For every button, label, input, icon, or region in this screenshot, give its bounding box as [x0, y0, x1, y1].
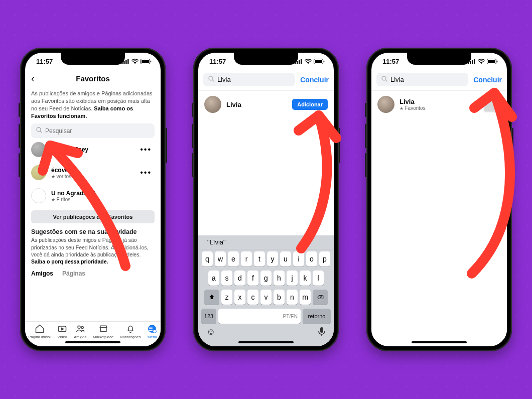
blank-area — [198, 118, 334, 235]
page-title: Favoritos — [76, 74, 110, 83]
svg-rect-3 — [127, 59, 129, 64]
tab-friends[interactable]: Amigos — [74, 324, 86, 339]
key-o[interactable]: o — [306, 251, 317, 267]
key-p[interactable]: p — [319, 251, 330, 267]
svg-rect-7 — [151, 60, 152, 62]
svg-rect-6 — [142, 60, 149, 63]
search-result-row[interactable]: Livia Favoritos — [371, 91, 507, 118]
home-indicator[interactable] — [238, 341, 294, 343]
key-x[interactable]: x — [234, 290, 245, 305]
done-button[interactable]: Concluir — [300, 76, 329, 84]
svg-rect-19 — [297, 61, 298, 64]
blurred-action — [484, 97, 501, 112]
mic-icon[interactable] — [318, 327, 326, 339]
emoji-icon[interactable]: ☺ — [206, 327, 215, 339]
svg-point-11 — [78, 326, 80, 328]
key-g[interactable]: g — [260, 271, 272, 286]
key-s[interactable]: s — [221, 271, 232, 286]
svg-rect-25 — [324, 60, 325, 62]
key-a[interactable]: a — [208, 271, 219, 286]
favorite-text: écovers voritos — [51, 167, 135, 179]
keyboard-row-3: zxcvbnm — [200, 290, 332, 305]
svg-rect-39 — [497, 60, 498, 62]
home-indicator[interactable] — [412, 341, 467, 343]
svg-point-36 — [481, 63, 482, 64]
svg-rect-33 — [470, 61, 471, 64]
key-e[interactable]: e — [228, 251, 239, 267]
blank-area — [371, 118, 507, 346]
phone-3: 11:57 Livia Concluir — [366, 48, 512, 351]
avatar — [31, 165, 46, 180]
key-t[interactable]: t — [254, 251, 265, 267]
svg-rect-24 — [315, 60, 322, 63]
more-icon[interactable]: ••• — [140, 145, 155, 154]
avatar — [377, 96, 394, 113]
keyboard-row-2: asdfghjkl — [200, 271, 332, 286]
add-button[interactable]: Adicionar — [292, 99, 328, 110]
tab-marketplace[interactable]: Marketplace — [93, 324, 113, 339]
suggestions-learn-more-link[interactable]: Saiba o porq dessa prioridade. — [31, 258, 108, 264]
key-m[interactable]: m — [300, 290, 311, 305]
key-shift[interactable] — [204, 290, 219, 305]
key-y[interactable]: y — [267, 251, 278, 267]
favorite-row[interactable]: do Sem Joey ••• — [31, 138, 155, 161]
back-icon[interactable]: ‹ — [31, 73, 35, 84]
result-text: Livia Favoritos — [400, 98, 479, 111]
tab-home[interactable]: Página inicial — [29, 324, 51, 339]
key-z[interactable]: z — [221, 290, 232, 305]
tab-menu[interactable]: Menu — [147, 324, 157, 339]
search-result-row[interactable]: Livia Adicionar — [198, 91, 334, 118]
key-b[interactable]: b — [274, 290, 285, 305]
key-w[interactable]: w — [215, 251, 226, 267]
key-c[interactable]: c — [247, 290, 258, 305]
result-text: Livia — [226, 101, 287, 108]
search-value: Livia — [390, 76, 404, 83]
wifi-icon — [131, 59, 139, 64]
search-placeholder: Pesquisar — [45, 127, 72, 135]
key-f[interactable]: f — [247, 271, 258, 286]
tab-notifications[interactable]: Notificações — [120, 324, 141, 339]
svg-rect-1 — [123, 61, 125, 64]
key-d[interactable]: d — [234, 271, 245, 286]
favorite-text: U no Agradável F ritos — [51, 190, 155, 202]
keyboard-suggestion-bar[interactable]: "Lívia" — [198, 235, 334, 249]
avatar — [31, 142, 46, 157]
view-favorites-posts-button[interactable]: Ver publicações dos Favoritos — [31, 210, 155, 223]
svg-line-27 — [212, 80, 214, 81]
status-indicators — [468, 59, 498, 64]
svg-rect-34 — [472, 60, 473, 64]
keyboard-footer: ☺ — [198, 324, 334, 339]
status-time: 11:57 — [36, 58, 53, 65]
key-v[interactable]: v — [260, 290, 272, 305]
key-k[interactable]: k — [300, 271, 311, 286]
tab-pages[interactable]: Páginas — [62, 270, 85, 277]
search-input[interactable]: Livia — [203, 73, 295, 86]
tab-friends[interactable]: Amigos — [31, 270, 53, 277]
favorite-text: do Sem Joey — [51, 146, 135, 153]
favorite-row[interactable]: écovers voritos ••• — [31, 161, 155, 184]
search-header: Livia Concluir — [198, 70, 334, 91]
keyboard-suggestion[interactable]: "Lívia" — [207, 238, 226, 246]
favorite-row[interactable]: U no Agradável F ritos — [31, 184, 155, 207]
home-indicator[interactable] — [65, 341, 120, 343]
key-n[interactable]: n — [287, 290, 298, 305]
done-button[interactable]: Concluir — [473, 76, 502, 84]
search-input[interactable]: Livia — [376, 73, 468, 86]
key-return[interactable]: retorno — [303, 309, 331, 324]
key-q[interactable]: q — [202, 251, 213, 267]
key-u[interactable]: u — [280, 251, 291, 267]
more-icon[interactable]: ••• — [140, 168, 155, 177]
key-backspace[interactable] — [313, 290, 328, 305]
key-r[interactable]: r — [241, 251, 252, 267]
keyboard[interactable]: "Lívia" qwertyuiop asdfghjkl zxcvbnm 123… — [198, 235, 334, 346]
key-i[interactable]: i — [293, 251, 304, 267]
svg-rect-21 — [301, 59, 302, 64]
search-input[interactable]: Pesquisar — [31, 123, 155, 138]
favorites-description: As publicações de amigos e Páginas adici… — [31, 90, 155, 119]
key-j[interactable]: j — [287, 271, 298, 286]
key-space[interactable]: PT/EN — [218, 309, 301, 324]
key-123[interactable]: 123 — [201, 309, 216, 324]
key-l[interactable]: l — [313, 271, 324, 286]
tab-video[interactable]: Vídeo — [57, 324, 67, 339]
key-h[interactable]: h — [274, 271, 285, 286]
